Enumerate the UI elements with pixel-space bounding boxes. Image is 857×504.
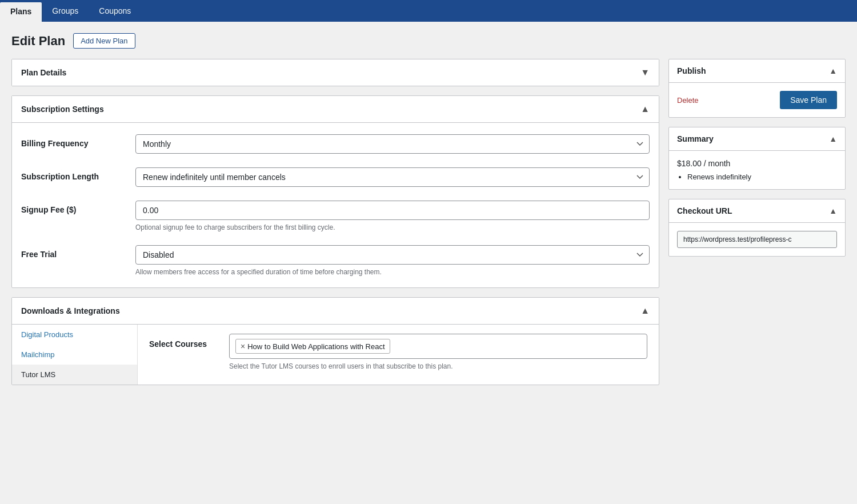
checkout-url-header[interactable]: Checkout URL ▲ [669,199,845,223]
side-column: Publish ▲ Delete Save Plan Summary ▲ $ [668,59,846,257]
summary-price: $18.00 / month [677,159,837,168]
course-tag-label: How to Build Web Applications with React [247,342,385,351]
downloads-integrations-toggle-icon: ▲ [640,306,650,316]
publish-panel-header[interactable]: Publish ▲ [669,59,845,83]
courses-hint: Select the Tutor LMS courses to enroll u… [229,362,647,370]
checkout-url-body [669,223,845,256]
summary-panel-toggle-icon: ▲ [829,134,837,143]
plan-details-header[interactable]: Plan Details ▼ [12,59,659,86]
subscription-settings-panel: Subscription Settings ▲ Billing Frequenc… [11,95,659,288]
checkout-url-input[interactable] [677,231,837,248]
tab-plans[interactable]: Plans [0,2,42,22]
sidebar-item-digital-products[interactable]: Digital Products [12,325,137,345]
navigation-bar: Plans Groups Coupons [0,0,857,22]
main-column: Plan Details ▼ Subscription Settings ▲ B… [11,59,659,394]
courses-input-wrap: × How to Build Web Applications with Rea… [229,334,647,370]
checkout-url-toggle-icon: ▲ [829,206,837,215]
subscription-length-control: Renew indefinitely until member cancels … [135,167,650,187]
subscription-length-select[interactable]: Renew indefinitely until member cancels … [135,167,650,187]
free-trial-control: Disabled Enabled Allow members free acce… [135,245,650,276]
publish-panel-body: Delete Save Plan [669,83,845,117]
free-trial-row: Free Trial Disabled Enabled Allow member… [21,245,650,276]
free-trial-label: Free Trial [21,245,135,259]
main-layout: Plan Details ▼ Subscription Settings ▲ B… [11,59,846,394]
tab-coupons[interactable]: Coupons [89,0,141,22]
publish-panel-title: Publish [677,66,706,75]
signup-fee-label: Signup Fee ($) [21,201,135,214]
subscription-settings-title: Subscription Settings [21,105,104,114]
signup-fee-input[interactable] [135,201,650,220]
summary-list: Renews indefinitely [677,173,837,181]
downloads-integrations-body: Digital Products Mailchimp Tutor LMS Sel… [12,325,659,385]
publish-actions: Delete Save Plan [677,91,837,109]
course-tag-remove[interactable]: × [241,342,245,350]
billing-frequency-row: Billing Frequency Monthly Yearly Weekly … [21,134,650,154]
select-courses-label: Select Courses [149,334,229,349]
checkout-url-title: Checkout URL [677,206,732,215]
subscription-settings-body: Billing Frequency Monthly Yearly Weekly … [12,123,659,287]
downloads-integrations-header[interactable]: Downloads & Integrations ▲ [12,298,659,325]
sidebar-item-tutor-lms[interactable]: Tutor LMS [12,365,137,385]
billing-frequency-select[interactable]: Monthly Yearly Weekly Daily [135,134,650,154]
signup-fee-control: Optional signup fee to charge subscriber… [135,201,650,231]
summary-panel-header[interactable]: Summary ▲ [669,127,845,151]
top-nav: Plans Groups Coupons [0,0,857,22]
course-tag: × How to Build Web Applications with Rea… [235,339,390,354]
page-wrapper: Edit Plan Add New Plan Plan Details ▼ Su… [0,22,857,406]
subscription-length-label: Subscription Length [21,167,135,181]
billing-frequency-label: Billing Frequency [21,134,135,148]
subscription-settings-toggle-icon: ▲ [640,104,650,114]
plan-details-toggle-icon: ▼ [640,67,650,78]
plan-details-panel: Plan Details ▼ [11,59,659,86]
summary-item: Renews indefinitely [687,173,837,181]
downloads-integrations-title: Downloads & Integrations [21,306,120,315]
billing-frequency-control: Monthly Yearly Weekly Daily [135,134,650,154]
page-header: Edit Plan Add New Plan [11,33,846,49]
integrations-content: Select Courses × How to Build Web Applic… [138,325,659,385]
select-courses-row: Select Courses × How to Build Web Applic… [149,334,647,370]
subscription-settings-header[interactable]: Subscription Settings ▲ [12,96,659,123]
page-title: Edit Plan [11,34,65,49]
checkout-url-panel: Checkout URL ▲ [668,199,846,257]
summary-panel-body: $18.00 / month Renews indefinitely [669,151,845,189]
summary-panel-title: Summary [677,134,714,143]
add-new-plan-button[interactable]: Add New Plan [73,33,135,49]
downloads-integrations-panel: Downloads & Integrations ▲ Digital Produ… [11,297,659,385]
summary-panel: Summary ▲ $18.00 / month Renews indefini… [668,127,846,190]
integrations-sidebar: Digital Products Mailchimp Tutor LMS [12,325,138,385]
sidebar-item-mailchimp[interactable]: Mailchimp [12,345,137,365]
signup-fee-row: Signup Fee ($) Optional signup fee to ch… [21,201,650,231]
free-trial-select[interactable]: Disabled Enabled [135,245,650,265]
publish-panel-toggle-icon: ▲ [829,66,837,75]
save-plan-button[interactable]: Save Plan [780,91,837,109]
signup-fee-hint: Optional signup fee to charge subscriber… [135,223,650,231]
delete-link[interactable]: Delete [677,96,699,105]
subscription-length-row: Subscription Length Renew indefinitely u… [21,167,650,187]
free-trial-hint: Allow members free access for a specifie… [135,268,650,276]
tab-groups[interactable]: Groups [42,0,89,22]
integrations-layout: Digital Products Mailchimp Tutor LMS Sel… [12,325,659,385]
publish-panel: Publish ▲ Delete Save Plan [668,59,846,118]
courses-tag-input[interactable]: × How to Build Web Applications with Rea… [229,334,647,359]
plan-details-title: Plan Details [21,68,66,77]
